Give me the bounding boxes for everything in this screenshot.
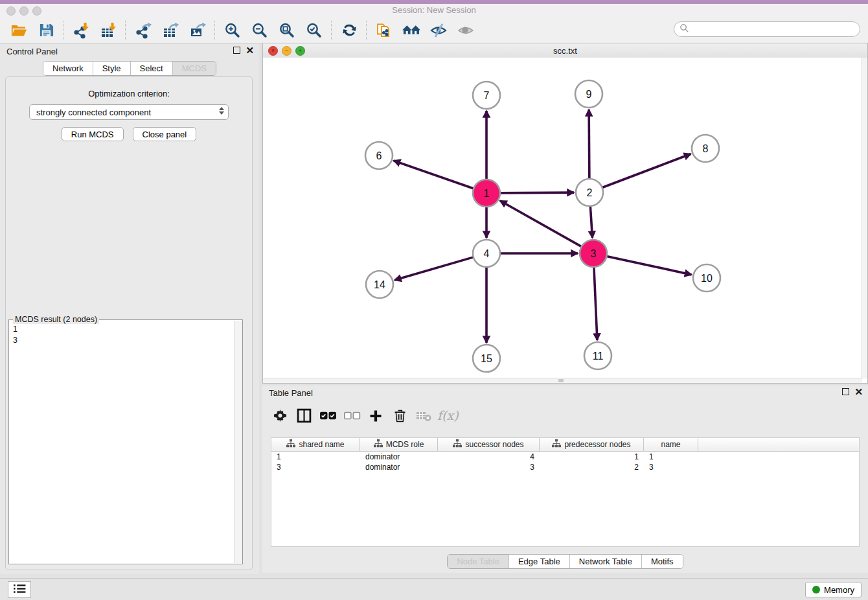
refresh-icon (341, 22, 358, 38)
edge-4-14[interactable] (394, 257, 474, 280)
import-network-button[interactable] (67, 18, 95, 43)
gear-button[interactable] (270, 406, 290, 427)
edge-3-1[interactable] (500, 201, 582, 247)
graph-edges[interactable] (394, 110, 692, 343)
close-panel-icon[interactable]: ✕ (246, 47, 254, 54)
tab-mcds[interactable]: MCDS (173, 62, 216, 75)
tree-icon (552, 439, 561, 450)
network-canvas[interactable]: 7968124314101511 (263, 58, 862, 378)
zoom-selected-button[interactable] (301, 18, 328, 43)
run-mcds-button[interactable]: Run MCDS (62, 127, 124, 141)
graph-node-8[interactable]: 8 (692, 135, 719, 162)
optimization-criterion-dropdown[interactable]: strongly connected component (29, 104, 229, 120)
search-field[interactable] (674, 21, 860, 37)
table-cell[interactable]: dominator (360, 463, 438, 472)
column-label: predecessor nodes (564, 440, 630, 449)
refresh-button[interactable] (336, 18, 363, 43)
edge-2-8[interactable] (602, 154, 691, 188)
delete-button[interactable] (390, 406, 409, 427)
open-session-button[interactable] (5, 18, 32, 43)
table-cell[interactable]: 1 (271, 452, 360, 461)
memory-status-icon (812, 586, 820, 594)
edge-3-11[interactable] (594, 267, 597, 340)
close-panel-button[interactable]: Close panel (133, 127, 197, 141)
zoom-out-button[interactable] (246, 18, 273, 43)
column-header-successor-nodes[interactable]: successor nodes (438, 438, 540, 451)
graph-node-6[interactable]: 6 (365, 142, 393, 169)
table-cell[interactable]: 4 (438, 452, 540, 461)
tab-select[interactable]: Select (131, 62, 173, 75)
table-cell[interactable]: 1 (644, 452, 698, 461)
graph-node-9[interactable]: 9 (575, 80, 602, 108)
graph-node-4[interactable]: 4 (473, 240, 500, 267)
table-cell[interactable]: 3 (438, 463, 540, 472)
table-cell[interactable]: 2 (540, 463, 644, 472)
svg-text:7: 7 (484, 90, 490, 101)
network-vertical-scrollbar[interactable] (862, 58, 867, 378)
column-header-predecessor-nodes[interactable]: predecessor nodes (540, 438, 644, 451)
tab-edge-table[interactable]: Edge Table (509, 555, 570, 568)
graph-node-2[interactable]: 2 (576, 179, 603, 206)
table-row[interactable]: 3dominator323 (271, 462, 859, 472)
close-table-panel-icon[interactable]: ✕ (854, 388, 863, 395)
column-layout-button[interactable] (294, 406, 314, 427)
table-cell[interactable]: dominator (360, 452, 438, 461)
show-hide-style-button[interactable] (425, 18, 452, 43)
mcds-result-list[interactable]: 13 (9, 323, 234, 564)
graph-node-11[interactable]: 11 (584, 342, 611, 369)
table-cell[interactable]: 3 (271, 463, 360, 472)
save-session-button[interactable] (32, 18, 60, 43)
import-table-button[interactable] (95, 18, 122, 43)
column-header-shared-name[interactable]: shared name (271, 438, 360, 451)
float-panel-icon[interactable] (233, 47, 240, 54)
tab-style[interactable]: Style (93, 62, 131, 75)
graph-node-7[interactable]: 7 (473, 82, 500, 109)
export-network-button[interactable] (130, 18, 157, 43)
edge-2-9[interactable] (589, 110, 589, 179)
main-toolbar (0, 17, 868, 44)
scrollbar-thumb[interactable] (558, 379, 564, 382)
zoom-in-button[interactable] (219, 18, 246, 43)
tab-node-table[interactable]: Node Table (448, 555, 509, 568)
control-panel-tabs: NetworkStyleSelectMCDS (0, 61, 259, 76)
graph-node-3[interactable]: 3 (580, 240, 607, 267)
edge-3-10[interactable] (607, 256, 692, 274)
table-cell[interactable]: 3 (644, 463, 698, 472)
graph-node-15[interactable]: 15 (473, 345, 500, 372)
zoom-fit-button[interactable] (273, 18, 301, 43)
table-toolbar: f(x) (270, 404, 860, 430)
task-history-button[interactable] (8, 581, 31, 598)
toolbar-separator (366, 21, 367, 40)
deselect-all-button[interactable] (342, 406, 361, 427)
svg-text:14: 14 (374, 279, 385, 290)
search-input[interactable] (692, 24, 860, 34)
tab-network-table[interactable]: Network Table (570, 555, 642, 568)
graph-node-10[interactable]: 10 (693, 264, 720, 292)
network-horizontal-scrollbar[interactable] (263, 378, 862, 383)
tab-motifs[interactable]: Motifs (642, 555, 683, 568)
graph-node-1[interactable]: 1 (473, 179, 500, 207)
table-row[interactable]: 1dominator411 (271, 452, 859, 462)
select-all-button[interactable] (318, 406, 337, 427)
column-header-MCDS-role[interactable]: MCDS role (360, 438, 438, 451)
column-layout-icon (297, 408, 312, 425)
edge-1-2[interactable] (500, 192, 574, 193)
result-scrollbar[interactable] (234, 321, 242, 563)
table-cell[interactable]: 1 (540, 452, 644, 461)
memory-button[interactable]: Memory (805, 582, 862, 597)
tab-network[interactable]: Network (43, 62, 93, 75)
float-table-panel-icon[interactable] (842, 388, 849, 395)
edge-1-6[interactable] (394, 161, 474, 189)
export-image-button[interactable] (184, 18, 211, 43)
svg-text:6: 6 (376, 150, 382, 161)
birds-eye-button (452, 18, 479, 43)
column-header-name[interactable]: name (644, 438, 698, 451)
home-button[interactable] (398, 18, 425, 43)
network-from-file-icon (376, 22, 393, 39)
add-button[interactable] (366, 406, 385, 427)
control-panel-title: Control Panel (6, 47, 58, 56)
export-table-button[interactable] (157, 18, 184, 43)
edge-2-3[interactable] (590, 206, 592, 238)
graph-node-14[interactable]: 14 (366, 271, 393, 298)
network-from-file-button[interactable] (371, 18, 398, 43)
